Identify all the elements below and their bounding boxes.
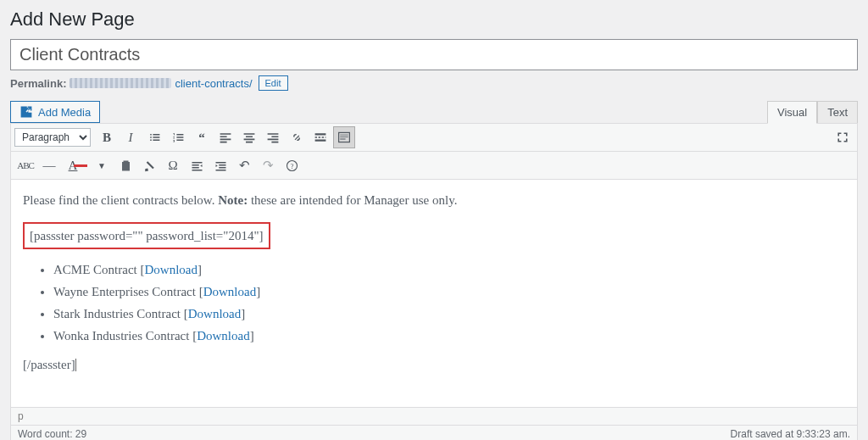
editor-toolbar-row-1: Paragraph B I “ (11, 124, 857, 152)
strikethrough-icon[interactable]: ABC (14, 154, 36, 176)
clear-formatting-icon[interactable] (138, 154, 160, 176)
list-item: ACME Contract [Download] (53, 259, 845, 280)
shortcode-open-highlight: [passster password="" password_list="201… (23, 222, 270, 249)
post-title-input[interactable] (10, 39, 858, 70)
list-item: Wonka Industries Contract [Download] (53, 326, 845, 346)
align-left-icon[interactable] (214, 126, 236, 148)
read-more-icon[interactable] (309, 126, 331, 148)
text-color-swatch (74, 164, 87, 167)
add-media-label: Add Media (38, 106, 91, 119)
word-count: Word count: 29 (18, 428, 86, 440)
editor-content[interactable]: Please find the client contracts below. … (11, 180, 857, 407)
status-bar: Word count: 29 Draft saved at 9:33:23 am… (11, 425, 857, 440)
contract-list: ACME Contract [Download] Wayne Enterpris… (53, 259, 845, 346)
permalink-label: Permalink: (10, 77, 66, 90)
special-char-icon[interactable]: Ω (162, 154, 184, 176)
permalink-slug[interactable]: client-contracts/ (175, 77, 252, 90)
permalink-base-blurred (70, 78, 171, 88)
align-right-icon[interactable] (262, 126, 284, 148)
intro-paragraph: Please find the client contracts below. … (23, 190, 845, 210)
horizontal-rule-icon[interactable]: — (38, 154, 60, 176)
editor-toolbar-row-2: ABC — A ▼ Ω ↶ ↷ ? (11, 152, 857, 180)
tab-visual[interactable]: Visual (767, 101, 817, 124)
download-link[interactable]: Download (203, 285, 257, 298)
editor-tabs: Visual Text (767, 101, 858, 123)
download-link[interactable]: Download (197, 329, 250, 343)
page-title: Add New Page (10, 7, 858, 31)
add-media-button[interactable]: Add Media (10, 101, 100, 123)
fullscreen-icon[interactable] (832, 126, 854, 148)
svg-text:?: ? (290, 162, 293, 170)
help-icon[interactable]: ? (281, 154, 303, 176)
download-link[interactable]: Download (145, 263, 198, 276)
text-color-chevron-icon[interactable]: ▼ (91, 154, 113, 176)
permalink-edit-button[interactable]: Edit (259, 75, 288, 91)
redo-icon[interactable]: ↷ (257, 154, 279, 176)
link-icon[interactable] (286, 126, 308, 148)
undo-icon[interactable]: ↶ (233, 154, 255, 176)
align-center-icon[interactable] (238, 126, 260, 148)
list-item: Stark Industries Contract [Download] (53, 304, 845, 324)
toolbar-toggle-icon[interactable] (333, 126, 355, 148)
bold-icon[interactable]: B (96, 126, 118, 148)
element-path: p (11, 407, 857, 425)
italic-icon[interactable]: I (120, 126, 142, 148)
blockquote-icon[interactable]: “ (191, 126, 213, 148)
paste-text-icon[interactable] (114, 154, 136, 176)
shortcode-close: [/passster] (23, 354, 845, 375)
draft-saved-time: Draft saved at 9:33:23 am. (731, 428, 850, 440)
numbered-list-icon[interactable] (167, 126, 189, 148)
outdent-icon[interactable] (186, 154, 208, 176)
format-select[interactable]: Paragraph (14, 128, 91, 147)
bullet-list-icon[interactable] (143, 126, 165, 148)
tab-text[interactable]: Text (817, 101, 858, 123)
permalink-row: Permalink: client-contracts/ Edit (10, 75, 858, 91)
editor-container: Paragraph B I “ (10, 123, 858, 440)
media-icon (19, 105, 33, 119)
list-item: Wayne Enterprises Contract [Download] (53, 281, 845, 302)
download-link[interactable]: Download (188, 307, 242, 320)
indent-icon[interactable] (209, 154, 231, 176)
